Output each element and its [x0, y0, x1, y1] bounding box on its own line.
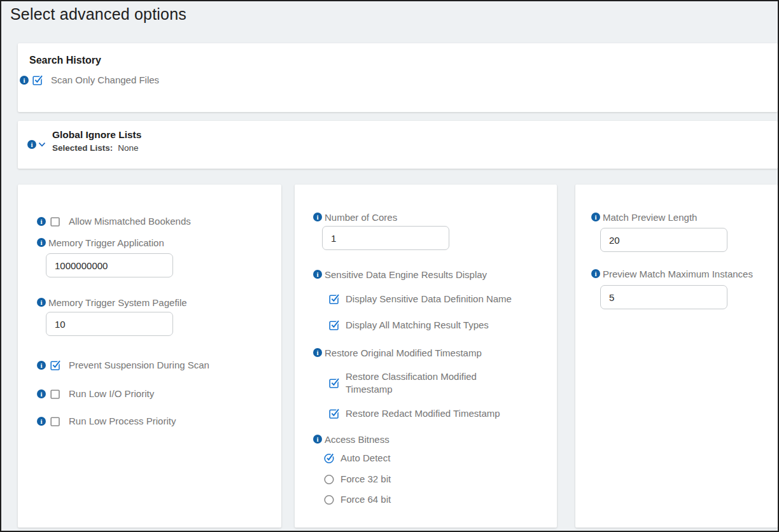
- info-icon[interactable]: i: [591, 269, 600, 278]
- number-of-cores-input[interactable]: [322, 226, 449, 250]
- run-low-io-label: Run Low I/O Priority: [69, 388, 154, 400]
- memory-trigger-application-labelrow: i Memory Trigger Application: [37, 236, 164, 249]
- search-history-title: Search History: [29, 55, 101, 66]
- restore-redact-checkbox[interactable]: [328, 407, 340, 420]
- selected-lists-value: None: [118, 143, 138, 153]
- info-icon[interactable]: i: [313, 213, 322, 221]
- global-ignore-lists-card: i Global Ignore Lists Selected Lists:Non…: [18, 121, 778, 169]
- global-ignore-lists-title: Global Ignore Lists: [52, 129, 141, 141]
- force-32-label: Force 32 bit: [340, 473, 391, 486]
- engine-options-card: i Number of Cores i Sensitive Data Engin…: [295, 185, 557, 528]
- advanced-options-page: Select advanced options Search History i…: [0, 0, 779, 532]
- display-sdd-name-checkbox[interactable]: [328, 293, 340, 305]
- info-icon[interactable]: i: [37, 417, 46, 426]
- preview-match-max-labelrow: i Preview Match Maximum Instances: [591, 267, 753, 280]
- restore-classification-label: Restore Classification Modified Timestam…: [346, 370, 495, 396]
- scan-only-changed-files-checkbox[interactable]: [31, 74, 44, 87]
- run-low-process-label: Run Low Process Priority: [69, 415, 176, 428]
- match-preview-length-label: Match Preview Length: [603, 212, 697, 223]
- force-64-radio[interactable]: [323, 493, 335, 506]
- selected-lists-label: Selected Lists:: [52, 143, 113, 153]
- info-icon[interactable]: i: [27, 140, 36, 149]
- selected-lists: Selected Lists:None: [52, 143, 141, 153]
- run-low-io-checkbox[interactable]: [49, 388, 62, 400]
- preview-match-max-input[interactable]: [600, 285, 727, 309]
- info-icon[interactable]: i: [20, 76, 29, 85]
- force-32-radio[interactable]: [323, 473, 335, 486]
- memory-trigger-pagefile-input[interactable]: [46, 312, 173, 336]
- restore-classification-checkbox[interactable]: [328, 377, 340, 389]
- restore-redact-label: Restore Redact Modified Timestamp: [346, 407, 500, 420]
- memory-trigger-pagefile-labelrow: i Memory Trigger System Pagefile: [37, 296, 187, 309]
- sde-results-display-label: Sensitive Data Engine Results Display: [325, 269, 487, 280]
- ignore-lists-controls: i: [27, 138, 47, 151]
- number-of-cores-label: Number of Cores: [325, 212, 397, 223]
- display-all-matching-label: Display All Matching Result Types: [346, 319, 489, 332]
- match-preview-length-input[interactable]: [600, 228, 727, 252]
- prevent-suspension-label: Prevent Suspension During Scan: [69, 359, 209, 372]
- info-icon[interactable]: i: [37, 238, 46, 247]
- info-icon[interactable]: i: [313, 270, 322, 279]
- display-sdd-name-row: Display Sensitive Data Definition Name: [328, 293, 512, 305]
- info-icon[interactable]: i: [37, 361, 46, 370]
- scan-behavior-card: i Allow Mismatched Bookends i Memory Tri…: [18, 185, 281, 528]
- chevron-down-icon[interactable]: [37, 139, 47, 150]
- run-low-process-row: i Run Low Process Priority: [37, 415, 176, 428]
- display-sdd-name-label: Display Sensitive Data Definition Name: [346, 293, 512, 305]
- preview-match-max-label: Preview Match Maximum Instances: [603, 269, 753, 279]
- force-64-label: Force 64 bit: [340, 493, 391, 506]
- memory-trigger-application-input[interactable]: [46, 253, 173, 277]
- memory-trigger-pagefile-label: Memory Trigger System Pagefile: [48, 297, 187, 308]
- info-icon[interactable]: i: [37, 298, 46, 307]
- memory-trigger-application-label: Memory Trigger Application: [48, 237, 164, 248]
- auto-detect-row: Auto Detect: [323, 452, 390, 465]
- access-bitness-labelrow: i Access Bitness: [313, 433, 390, 445]
- info-icon[interactable]: i: [313, 435, 322, 444]
- restore-redact-row: Restore Redact Modified Timestamp: [328, 407, 500, 420]
- number-of-cores-labelrow: i Number of Cores: [313, 211, 397, 223]
- info-icon[interactable]: i: [37, 389, 46, 398]
- allow-mismatched-bookends-label: Allow Mismatched Bookends: [69, 215, 191, 228]
- page-title: Select advanced options: [10, 5, 186, 24]
- auto-detect-label: Auto Detect: [340, 452, 390, 465]
- restore-classification-row: Restore Classification Modified Timestam…: [328, 370, 495, 396]
- run-low-process-checkbox[interactable]: [49, 415, 62, 428]
- force-64-row: Force 64 bit: [323, 493, 391, 506]
- restore-original-timestamp-label: Restore Original Modified Timestamp: [325, 347, 482, 358]
- allow-mismatched-bookends-checkbox[interactable]: [49, 215, 62, 228]
- prevent-suspension-checkbox[interactable]: [49, 359, 62, 372]
- info-icon[interactable]: i: [37, 217, 46, 226]
- force-32-row: Force 32 bit: [323, 473, 391, 486]
- run-low-io-row: i Run Low I/O Priority: [37, 388, 154, 400]
- match-preview-length-labelrow: i Match Preview Length: [591, 211, 697, 223]
- access-bitness-label: Access Bitness: [325, 434, 390, 445]
- info-icon[interactable]: i: [591, 213, 600, 221]
- restore-original-timestamp-labelrow: i Restore Original Modified Timestamp: [313, 346, 482, 359]
- search-history-card: Search History i Scan Only Changed Files: [18, 43, 778, 112]
- auto-detect-radio[interactable]: [323, 452, 335, 465]
- scan-only-changed-files-row: i Scan Only Changed Files: [20, 74, 159, 87]
- preview-options-card: i Match Preview Length i Preview Match M…: [575, 185, 778, 528]
- allow-mismatched-bookends-row: i Allow Mismatched Bookends: [37, 215, 191, 228]
- ignore-lists-text-block: Global Ignore Lists Selected Lists:None: [52, 129, 141, 153]
- prevent-suspension-row: i Prevent Suspension During Scan: [37, 359, 209, 372]
- display-all-matching-checkbox[interactable]: [328, 319, 340, 332]
- sde-results-display-labelrow: i Sensitive Data Engine Results Display: [313, 268, 487, 281]
- display-all-matching-row: Display All Matching Result Types: [328, 319, 489, 332]
- scan-only-changed-files-label: Scan Only Changed Files: [51, 74, 159, 87]
- info-icon[interactable]: i: [313, 348, 322, 357]
